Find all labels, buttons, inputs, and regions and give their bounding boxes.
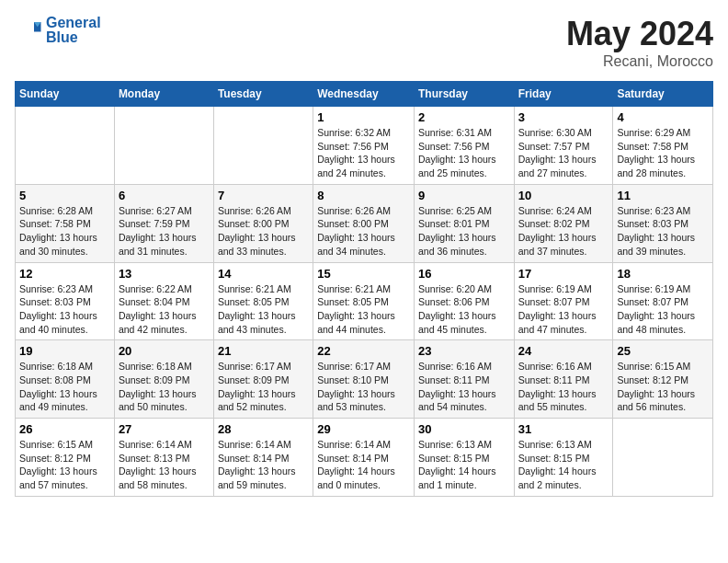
calendar-cell — [613, 419, 713, 497]
calendar-cell: 5Sunrise: 6:28 AM Sunset: 7:58 PM Daylig… — [16, 184, 115, 262]
day-info: Sunrise: 6:14 AM Sunset: 8:13 PM Dayligh… — [119, 438, 210, 492]
day-number: 22 — [317, 344, 410, 358]
day-info: Sunrise: 6:31 AM Sunset: 7:56 PM Dayligh… — [418, 126, 510, 180]
day-info: Sunrise: 6:18 AM Sunset: 8:09 PM Dayligh… — [119, 360, 210, 414]
logo: General Blue — [15, 15, 101, 46]
day-info: Sunrise: 6:17 AM Sunset: 8:09 PM Dayligh… — [218, 360, 309, 414]
calendar-cell: 7Sunrise: 6:26 AM Sunset: 8:00 PM Daylig… — [213, 184, 313, 262]
calendar-cell: 19Sunrise: 6:18 AM Sunset: 8:08 PM Dayli… — [16, 340, 115, 419]
calendar-cell: 24Sunrise: 6:16 AM Sunset: 8:11 PM Dayli… — [514, 340, 613, 419]
day-number: 14 — [218, 267, 309, 281]
calendar-cell: 22Sunrise: 6:17 AM Sunset: 8:10 PM Dayli… — [313, 340, 415, 419]
day-number: 16 — [418, 267, 510, 281]
calendar-cell: 2Sunrise: 6:31 AM Sunset: 7:56 PM Daylig… — [414, 107, 514, 185]
calendar-cell: 9Sunrise: 6:25 AM Sunset: 8:01 PM Daylig… — [414, 184, 514, 262]
day-info: Sunrise: 6:16 AM Sunset: 8:11 PM Dayligh… — [418, 360, 510, 414]
day-info: Sunrise: 6:30 AM Sunset: 7:57 PM Dayligh… — [518, 126, 609, 180]
month-year: May 2024 — [566, 15, 713, 53]
weekday-header-sunday: Sunday — [16, 82, 115, 107]
day-number: 2 — [418, 110, 510, 124]
calendar-cell: 23Sunrise: 6:16 AM Sunset: 8:11 PM Dayli… — [414, 340, 514, 419]
calendar-cell: 14Sunrise: 6:21 AM Sunset: 8:05 PM Dayli… — [213, 262, 313, 340]
weekday-header-monday: Monday — [114, 82, 213, 107]
day-number: 24 — [518, 344, 609, 358]
weekday-header-friday: Friday — [514, 82, 613, 107]
day-info: Sunrise: 6:13 AM Sunset: 8:15 PM Dayligh… — [418, 438, 510, 492]
day-number: 3 — [518, 110, 609, 124]
calendar-cell — [114, 107, 213, 185]
calendar-cell — [16, 107, 115, 185]
day-number: 12 — [19, 267, 110, 281]
calendar-cell: 26Sunrise: 6:15 AM Sunset: 8:12 PM Dayli… — [16, 419, 115, 497]
day-number: 20 — [119, 344, 210, 358]
calendar-cell: 11Sunrise: 6:23 AM Sunset: 8:03 PM Dayli… — [613, 184, 713, 262]
calendar-cell: 18Sunrise: 6:19 AM Sunset: 8:07 PM Dayli… — [613, 262, 713, 340]
day-info: Sunrise: 6:13 AM Sunset: 8:15 PM Dayligh… — [518, 438, 609, 492]
calendar-cell — [213, 107, 313, 185]
calendar-header: SundayMondayTuesdayWednesdayThursdayFrid… — [16, 82, 713, 107]
day-info: Sunrise: 6:19 AM Sunset: 8:07 PM Dayligh… — [617, 282, 709, 337]
day-info: Sunrise: 6:29 AM Sunset: 7:58 PM Dayligh… — [617, 126, 709, 180]
calendar-cell: 20Sunrise: 6:18 AM Sunset: 8:09 PM Dayli… — [114, 340, 213, 419]
day-number: 27 — [119, 422, 210, 436]
day-info: Sunrise: 6:16 AM Sunset: 8:11 PM Dayligh… — [518, 360, 609, 414]
calendar-cell: 15Sunrise: 6:21 AM Sunset: 8:05 PM Dayli… — [313, 262, 415, 340]
calendar-cell: 16Sunrise: 6:20 AM Sunset: 8:06 PM Dayli… — [414, 262, 514, 340]
day-info: Sunrise: 6:23 AM Sunset: 8:03 PM Dayligh… — [19, 282, 110, 337]
day-info: Sunrise: 6:17 AM Sunset: 8:10 PM Dayligh… — [317, 360, 410, 414]
day-number: 26 — [19, 422, 110, 436]
calendar-cell: 1Sunrise: 6:32 AM Sunset: 7:56 PM Daylig… — [313, 107, 415, 185]
calendar-cell: 17Sunrise: 6:19 AM Sunset: 8:07 PM Dayli… — [514, 262, 613, 340]
calendar-cell: 28Sunrise: 6:14 AM Sunset: 8:14 PM Dayli… — [213, 419, 313, 497]
day-info: Sunrise: 6:25 AM Sunset: 8:01 PM Dayligh… — [418, 204, 510, 259]
calendar-cell: 27Sunrise: 6:14 AM Sunset: 8:13 PM Dayli… — [114, 419, 213, 497]
calendar-cell: 10Sunrise: 6:24 AM Sunset: 8:02 PM Dayli… — [514, 184, 613, 262]
calendar-cell: 12Sunrise: 6:23 AM Sunset: 8:03 PM Dayli… — [16, 262, 115, 340]
weekday-header-saturday: Saturday — [613, 82, 713, 107]
calendar-cell: 13Sunrise: 6:22 AM Sunset: 8:04 PM Dayli… — [114, 262, 213, 340]
day-info: Sunrise: 6:18 AM Sunset: 8:08 PM Dayligh… — [19, 360, 110, 414]
calendar-cell: 6Sunrise: 6:27 AM Sunset: 7:59 PM Daylig… — [114, 184, 213, 262]
day-info: Sunrise: 6:21 AM Sunset: 8:05 PM Dayligh… — [218, 282, 309, 337]
day-number: 19 — [19, 344, 110, 358]
day-number: 8 — [317, 189, 410, 202]
day-number: 13 — [119, 267, 210, 281]
calendar-cell: 4Sunrise: 6:29 AM Sunset: 7:58 PM Daylig… — [613, 107, 713, 185]
day-number: 6 — [119, 189, 210, 202]
calendar-cell: 29Sunrise: 6:14 AM Sunset: 8:14 PM Dayli… — [313, 419, 415, 497]
calendar-cell: 21Sunrise: 6:17 AM Sunset: 8:09 PM Dayli… — [213, 340, 313, 419]
day-info: Sunrise: 6:24 AM Sunset: 8:02 PM Dayligh… — [518, 204, 609, 259]
day-number: 17 — [518, 267, 609, 281]
day-info: Sunrise: 6:23 AM Sunset: 8:03 PM Dayligh… — [617, 204, 709, 259]
day-number: 4 — [617, 110, 709, 124]
day-info: Sunrise: 6:15 AM Sunset: 8:12 PM Dayligh… — [617, 360, 709, 414]
day-number: 31 — [518, 422, 609, 436]
day-number: 28 — [218, 422, 309, 436]
day-info: Sunrise: 6:15 AM Sunset: 8:12 PM Dayligh… — [19, 438, 110, 492]
day-number: 5 — [19, 189, 110, 202]
day-number: 23 — [418, 344, 510, 358]
weekday-header-wednesday: Wednesday — [313, 82, 415, 107]
day-info: Sunrise: 6:19 AM Sunset: 8:07 PM Dayligh… — [518, 282, 609, 337]
day-number: 15 — [317, 267, 410, 281]
day-info: Sunrise: 6:14 AM Sunset: 8:14 PM Dayligh… — [218, 438, 309, 492]
location: Recani, Morocco — [566, 53, 713, 70]
day-number: 29 — [317, 422, 410, 436]
day-number: 21 — [218, 344, 309, 358]
page-header: General Blue May 2024 Recani, Morocco — [15, 15, 713, 70]
day-info: Sunrise: 6:21 AM Sunset: 8:05 PM Dayligh… — [317, 282, 410, 337]
weekday-header-tuesday: Tuesday — [213, 82, 313, 107]
day-number: 30 — [418, 422, 510, 436]
calendar-table: SundayMondayTuesdayWednesdayThursdayFrid… — [15, 81, 713, 497]
day-info: Sunrise: 6:26 AM Sunset: 8:00 PM Dayligh… — [317, 204, 410, 259]
weekday-header-thursday: Thursday — [414, 82, 514, 107]
calendar-cell: 3Sunrise: 6:30 AM Sunset: 7:57 PM Daylig… — [514, 107, 613, 185]
day-number: 1 — [317, 110, 410, 124]
logo-icon — [15, 17, 42, 44]
day-info: Sunrise: 6:14 AM Sunset: 8:14 PM Dayligh… — [317, 438, 410, 492]
day-number: 10 — [518, 189, 609, 202]
day-info: Sunrise: 6:32 AM Sunset: 7:56 PM Dayligh… — [317, 126, 410, 180]
day-number: 18 — [617, 267, 709, 281]
day-info: Sunrise: 6:22 AM Sunset: 8:04 PM Dayligh… — [119, 282, 210, 337]
day-number: 9 — [418, 189, 510, 202]
